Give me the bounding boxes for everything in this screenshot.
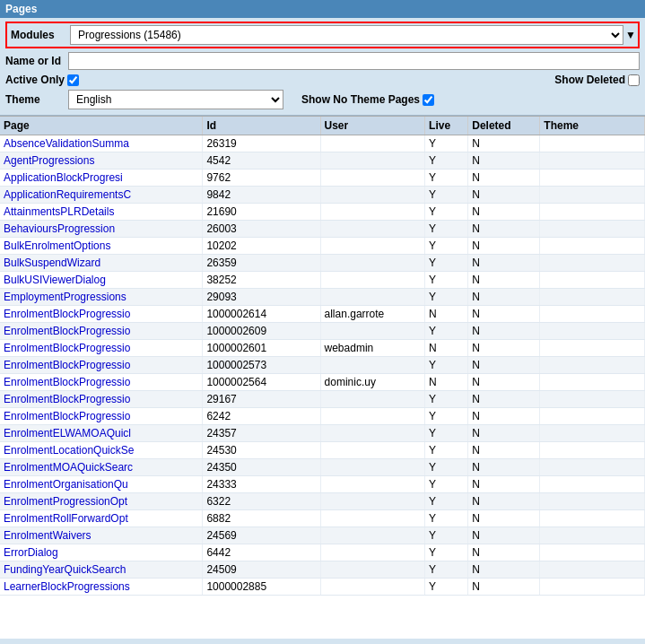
cell-user (320, 272, 425, 289)
cell-live: N (425, 340, 468, 357)
cell-theme (540, 323, 645, 340)
cell-page[interactable]: EnrolmentRollForwardOpt (0, 510, 203, 527)
cell-page[interactable]: ErrorDialog (0, 544, 203, 561)
cell-page[interactable]: AgentProgressions (0, 152, 203, 170)
cell-page[interactable]: BulkSuspendWizard (0, 255, 203, 272)
cell-user (320, 544, 425, 561)
cell-theme (540, 527, 645, 544)
table-row: EnrolmentBlockProgressio1000002564domini… (0, 374, 645, 391)
cell-deleted: N (468, 306, 540, 323)
cell-page[interactable]: EnrolmentLocationQuickSe (0, 442, 203, 459)
cell-live: Y (425, 187, 468, 204)
cell-id: 24350 (203, 459, 320, 476)
modules-row: Modules Progressions (15486) ▼ (5, 22, 640, 48)
cell-theme (540, 476, 645, 493)
table-row: AgentProgressions4542YN (0, 152, 645, 170)
name-id-input[interactable] (68, 52, 640, 70)
cell-theme (540, 289, 645, 306)
cell-user (320, 357, 425, 374)
col-header-user: User (320, 117, 425, 135)
cell-user (320, 323, 425, 340)
cell-user (320, 561, 425, 579)
table-row: EnrolmentBlockProgressio1000002609YN (0, 323, 645, 340)
table-header-row: Page Id User Live Deleted Theme (0, 117, 645, 135)
cell-id: 24530 (203, 442, 320, 459)
cell-theme (540, 442, 645, 459)
cell-id: 38252 (203, 272, 320, 289)
modules-dropdown-icon: ▼ (625, 29, 636, 41)
cell-user (320, 459, 425, 476)
cell-page[interactable]: BehavioursProgression (0, 221, 203, 238)
table-row: LearnerBlockProgressions1000002885YN (0, 579, 645, 596)
show-deleted-group: Show Deleted (554, 74, 640, 86)
show-deleted-checkbox[interactable] (628, 74, 640, 86)
cell-page[interactable]: EnrolmentMOAQuickSearc (0, 459, 203, 476)
cell-theme (540, 425, 645, 442)
table-row: EnrolmentRollForwardOpt6882YN (0, 510, 645, 527)
cell-theme (540, 561, 645, 579)
cell-user (320, 442, 425, 459)
table-row: EnrolmentBlockProgressio6242YN (0, 408, 645, 425)
table-row: EnrolmentLocationQuickSe24530YN (0, 442, 645, 459)
cell-page[interactable]: EnrolmentBlockProgressio (0, 391, 203, 408)
modules-select[interactable]: Progressions (15486) (70, 25, 623, 45)
cell-page[interactable]: EnrolmentBlockProgressio (0, 408, 203, 425)
cell-page[interactable]: BulkUSIViewerDialog (0, 272, 203, 289)
table-row: BehavioursProgression26003YN (0, 221, 645, 238)
table-row: AbsenceValidationSumma26319YN (0, 135, 645, 152)
cell-page[interactable]: BulkEnrolmentOptions (0, 238, 203, 255)
cell-page[interactable]: EnrolmentBlockProgressio (0, 340, 203, 357)
cell-live: Y (425, 442, 468, 459)
cell-user (320, 204, 425, 221)
cell-page[interactable]: EnrolmentOrganisationQu (0, 476, 203, 493)
cell-page[interactable]: EnrolmentWaivers (0, 527, 203, 544)
active-only-label: Active Only (5, 74, 65, 86)
cell-id: 6882 (203, 510, 320, 527)
cell-id: 24569 (203, 527, 320, 544)
cell-id: 1000002564 (203, 374, 320, 391)
cell-page[interactable]: EnrolmentBlockProgressio (0, 357, 203, 374)
cell-deleted: N (468, 391, 540, 408)
checkbox-row: Active Only Show Deleted (5, 74, 640, 86)
pages-table: Page Id User Live Deleted Theme AbsenceV… (0, 117, 645, 596)
cell-id: 10202 (203, 238, 320, 255)
cell-page[interactable]: AbsenceValidationSumma (0, 135, 203, 152)
cell-page[interactable]: AttainmentsPLRDetails (0, 204, 203, 221)
page-title-bar: Pages (0, 0, 645, 18)
table-row: EmploymentProgressions29093YN (0, 289, 645, 306)
cell-deleted: N (468, 459, 540, 476)
cell-id: 9762 (203, 170, 320, 187)
cell-id: 1000002609 (203, 323, 320, 340)
cell-page[interactable]: LearnerBlockProgressions (0, 579, 203, 596)
name-id-label: Name or Id (5, 55, 68, 67)
cell-page[interactable]: EmploymentProgressions (0, 289, 203, 306)
cell-user (320, 135, 425, 152)
cell-page[interactable]: ApplicationRequirementsC (0, 187, 203, 204)
cell-page[interactable]: FundingYearQuickSearch (0, 561, 203, 579)
cell-page[interactable]: EnrolmentProgressionOpt (0, 493, 203, 510)
cell-id: 24509 (203, 561, 320, 579)
cell-user: allan.garrote (320, 306, 425, 323)
cell-user: dominic.uy (320, 374, 425, 391)
cell-deleted: N (468, 476, 540, 493)
cell-deleted: N (468, 493, 540, 510)
cell-user (320, 255, 425, 272)
cell-deleted: N (468, 442, 540, 459)
theme-select[interactable]: English (68, 90, 283, 109)
cell-id: 1000002573 (203, 357, 320, 374)
cell-page[interactable]: EnrolmentBlockProgressio (0, 306, 203, 323)
cell-page[interactable]: ApplicationBlockProgresi (0, 170, 203, 187)
col-header-id: Id (203, 117, 320, 135)
cell-live: Y (425, 221, 468, 238)
cell-user (320, 408, 425, 425)
cell-id: 9842 (203, 187, 320, 204)
table-row: EnrolmentBlockProgressio1000002573YN (0, 357, 645, 374)
cell-page[interactable]: EnrolmentBlockProgressio (0, 374, 203, 391)
active-only-checkbox[interactable] (67, 74, 79, 86)
cell-page[interactable]: EnrolmentBlockProgressio (0, 323, 203, 340)
col-header-live: Live (425, 117, 468, 135)
name-id-row: Name or Id (5, 52, 640, 70)
table-row: EnrolmentBlockProgressio29167YN (0, 391, 645, 408)
cell-page[interactable]: EnrolmentELWAMOAQuicl (0, 425, 203, 442)
show-no-theme-checkbox[interactable] (423, 94, 434, 106)
